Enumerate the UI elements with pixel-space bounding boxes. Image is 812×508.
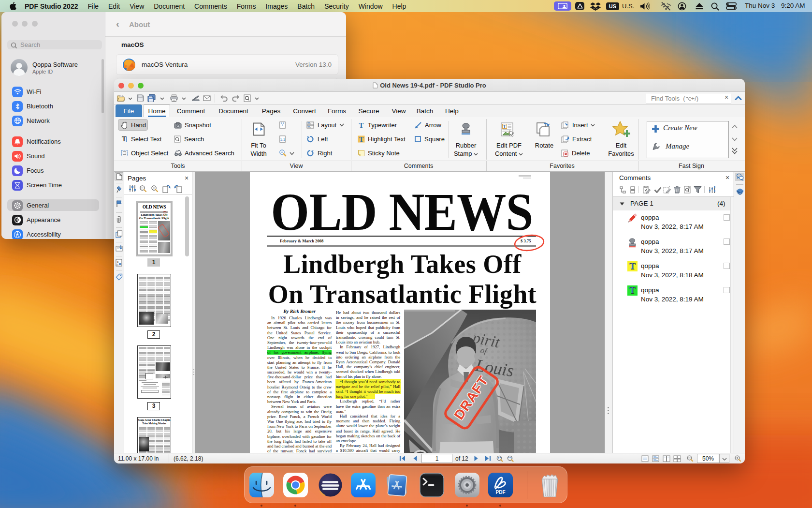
svg-text:T: T xyxy=(359,121,364,129)
svg-text:T: T xyxy=(359,136,364,143)
svg-text:T: T xyxy=(503,124,507,129)
svg-text:T: T xyxy=(122,135,127,143)
svg-text:1:1: 1:1 xyxy=(280,137,285,142)
svg-text:PDF: PDF xyxy=(495,490,505,495)
svg-text:T: T xyxy=(117,260,119,264)
